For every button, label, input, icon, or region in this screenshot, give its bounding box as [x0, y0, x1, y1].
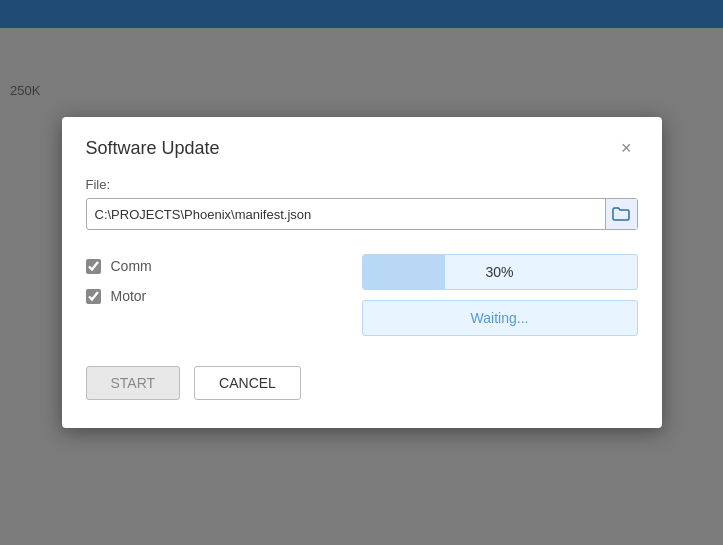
comm-progress-fill	[363, 255, 445, 289]
components-list: Comm Motor	[86, 254, 362, 336]
dialog-buttons: START CANCEL	[86, 366, 638, 400]
component-motor: Motor	[86, 288, 362, 304]
comm-checkbox[interactable]	[86, 259, 101, 274]
modal-overlay: Software Update × File: Comm Motor	[0, 0, 723, 545]
progress-section: 30% Waiting...	[362, 254, 638, 336]
components-section: Comm Motor 30% Waiting...	[86, 254, 638, 336]
start-button[interactable]: START	[86, 366, 181, 400]
comm-progress-bar: 30%	[362, 254, 638, 290]
dialog-header: Software Update ×	[86, 137, 638, 159]
file-label: File:	[86, 177, 638, 192]
comm-label: Comm	[111, 258, 152, 274]
dialog-title: Software Update	[86, 138, 220, 159]
file-path-input[interactable]	[87, 201, 605, 228]
component-comm: Comm	[86, 258, 362, 274]
folder-icon	[612, 207, 630, 221]
motor-label: Motor	[111, 288, 147, 304]
motor-waiting-text: Waiting...	[471, 310, 529, 326]
motor-waiting-container: Waiting...	[362, 300, 638, 336]
motor-checkbox[interactable]	[86, 289, 101, 304]
file-input-row	[86, 198, 638, 230]
cancel-button[interactable]: CANCEL	[194, 366, 301, 400]
close-button[interactable]: ×	[615, 137, 638, 159]
software-update-dialog: Software Update × File: Comm Motor	[62, 117, 662, 428]
file-browse-button[interactable]	[605, 199, 637, 229]
comm-progress-text: 30%	[485, 264, 513, 280]
